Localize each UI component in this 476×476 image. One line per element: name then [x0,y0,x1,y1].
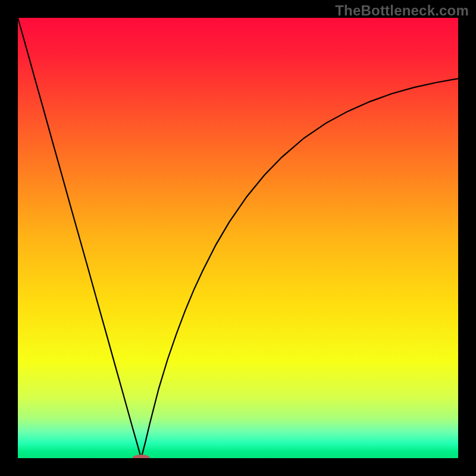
plot-area [18,18,458,458]
gradient-background [18,18,458,458]
watermark-text: TheBottleneck.com [335,2,469,19]
chart-frame: TheBottleneck.com [0,0,476,476]
plot-svg [18,18,458,458]
